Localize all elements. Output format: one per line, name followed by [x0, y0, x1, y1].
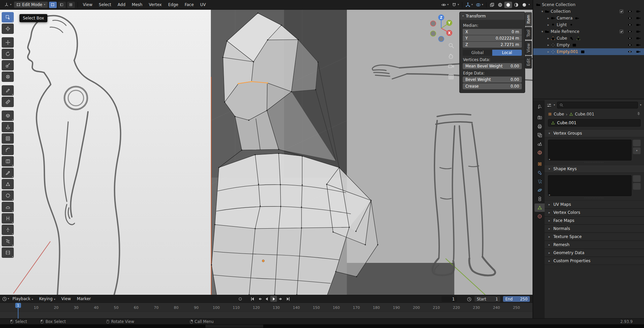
properties-editor-icon[interactable]	[547, 103, 552, 108]
xray-toggle-button[interactable]	[488, 2, 496, 8]
camera-view-icon[interactable]	[448, 63, 454, 69]
eye-icon[interactable]	[628, 16, 632, 20]
panel-resize-grip[interactable]: ············	[545, 161, 644, 165]
tool-bevel[interactable]	[2, 145, 14, 155]
tab-constraint-properties[interactable]	[535, 195, 545, 203]
ortho-grid-icon[interactable]	[448, 74, 454, 80]
menu-view[interactable]: View	[80, 1, 95, 8]
tool-cursor[interactable]	[2, 24, 14, 34]
panel-vertex-colors[interactable]: ▸Vertex Colors	[545, 208, 644, 217]
remove-shape-key-button[interactable]	[633, 183, 641, 190]
menu-select[interactable]: Select	[96, 1, 114, 8]
disclosure-icon[interactable]: ▸	[546, 37, 551, 40]
local-button[interactable]: Local	[492, 50, 522, 56]
mesh-name-field[interactable]: Cube.001	[548, 119, 641, 127]
current-frame-field[interactable]: 1	[442, 296, 457, 302]
gizmos-toggle-button[interactable]: ▾	[464, 2, 474, 8]
outliner-row-collection[interactable]: ▾ Collection	[533, 8, 644, 15]
panel-geometry-data[interactable]: ▸Geometry Data	[545, 249, 644, 257]
face-select-mode-button[interactable]	[67, 2, 75, 8]
tool-scale[interactable]	[2, 60, 14, 71]
shading-solid-button[interactable]	[504, 2, 512, 8]
tab-item[interactable]: Item	[525, 12, 532, 26]
menu-keying[interactable]: Keying ▾	[36, 295, 58, 302]
menu-marker[interactable]: Marker	[74, 295, 93, 302]
add-shape-key-button[interactable]	[633, 175, 641, 182]
tool-shear[interactable]	[2, 236, 14, 246]
tool-rotate[interactable]	[2, 49, 14, 59]
disclosure-icon[interactable]: ▸	[546, 43, 551, 47]
tab-material-properties[interactable]	[535, 212, 545, 221]
play-reverse-button[interactable]	[263, 296, 270, 302]
crease-field[interactable]: Crease0.00	[463, 83, 522, 89]
menu-uv[interactable]: UV	[197, 1, 209, 8]
outliner-row-empty-001[interactable]: ▸ Empty.001	[533, 48, 644, 55]
next-keyframe-button[interactable]	[277, 296, 284, 302]
tool-smooth[interactable]	[2, 202, 14, 212]
outliner-row-light[interactable]: ▸ Light	[533, 21, 644, 28]
jump-to-end-button[interactable]	[284, 296, 291, 302]
camera-visibility-icon[interactable]	[636, 43, 641, 47]
disclosure-icon[interactable]: ▸	[546, 23, 551, 27]
tab-tool-properties[interactable]	[535, 102, 545, 110]
tool-annotate[interactable]	[2, 85, 14, 96]
snap-magnet-button[interactable]: ▾	[450, 2, 460, 8]
checkbox-icon[interactable]	[619, 29, 624, 34]
vertex-select-mode-button[interactable]	[49, 2, 57, 8]
shading-dropdown-icon[interactable]: ▾	[528, 3, 530, 6]
tool-edge-slide[interactable]	[2, 213, 14, 224]
breadcrumb-object[interactable]: Cube	[554, 112, 564, 116]
menu-edge[interactable]: Edge	[166, 1, 181, 8]
tab-particle-properties[interactable]	[535, 177, 545, 186]
panel-shape-keys[interactable]: ▾Shape Keys	[545, 165, 644, 173]
properties-search[interactable]	[557, 102, 638, 108]
filter-chevron-icon[interactable]: ▾	[640, 104, 641, 106]
menu-vertex[interactable]: Vertex	[146, 1, 165, 8]
outliner-row-empty[interactable]: ▸ Empty	[533, 42, 644, 48]
play-button[interactable]	[270, 296, 277, 302]
tool-add-cube[interactable]	[2, 110, 14, 121]
menu-face[interactable]: Face	[182, 1, 196, 8]
tab-output-properties[interactable]	[535, 122, 545, 131]
menu-playback[interactable]: Playback ▾	[10, 295, 36, 302]
tool-spin[interactable]	[2, 190, 14, 201]
zoom-icon[interactable]	[448, 42, 454, 49]
global-button[interactable]: Global	[463, 50, 492, 56]
previous-keyframe-button[interactable]	[256, 296, 263, 302]
gizmo-x-neg-axis[interactable]	[430, 21, 436, 26]
tab-render-properties[interactable]	[535, 113, 545, 122]
timeline-ruler[interactable]: 1020304050607080901001101201301401501601…	[0, 302, 533, 311]
gizmo-z-neg-axis[interactable]	[439, 36, 444, 42]
edge-select-mode-button[interactable]	[58, 2, 66, 8]
panel-remesh[interactable]: ▸Remesh	[545, 241, 644, 249]
tool-select-box[interactable]	[2, 12, 14, 22]
median-x-field[interactable]: X0 m	[463, 29, 522, 35]
pan-hand-icon[interactable]	[448, 53, 454, 59]
tool-transform[interactable]	[2, 72, 14, 82]
disclosure-icon[interactable]: ▸	[546, 16, 551, 20]
tab-object-properties[interactable]	[535, 160, 545, 168]
search-input[interactable]	[565, 103, 636, 107]
camera-visibility-icon[interactable]	[636, 49, 641, 54]
eye-icon[interactable]	[628, 22, 632, 27]
tool-rip-region[interactable]	[2, 247, 14, 258]
tool-shrink-fatten[interactable]	[2, 225, 14, 235]
timeline-track[interactable]	[0, 311, 533, 318]
panel-normals[interactable]: ▸Normals	[545, 225, 644, 233]
panel-face-maps[interactable]: ▸Face Maps	[545, 217, 644, 225]
camera-visibility-icon[interactable]	[636, 9, 641, 14]
vertex-group-specials-button[interactable]: ▾	[633, 147, 641, 154]
panel-custom-properties[interactable]: ▸Custom Properties	[545, 257, 644, 265]
outliner-row-scene-collection[interactable]: Scene Collection	[533, 1, 644, 8]
disclosure-icon[interactable]: ▸	[546, 50, 551, 53]
tab-object-data-properties[interactable]	[535, 203, 545, 212]
eye-icon[interactable]	[628, 29, 632, 34]
panel-texture-space[interactable]: ▸Texture Space	[545, 233, 644, 241]
shading-wireframe-button[interactable]	[496, 2, 504, 8]
menu-add[interactable]: Add	[115, 1, 128, 8]
panel-uv-maps[interactable]: ▸UV Maps	[545, 200, 644, 208]
disclosure-icon[interactable]: ▾	[540, 30, 545, 33]
add-vertex-group-button[interactable]	[633, 140, 641, 146]
vertex-groups-list[interactable]: ▸	[548, 140, 632, 160]
eye-icon[interactable]	[628, 36, 632, 41]
